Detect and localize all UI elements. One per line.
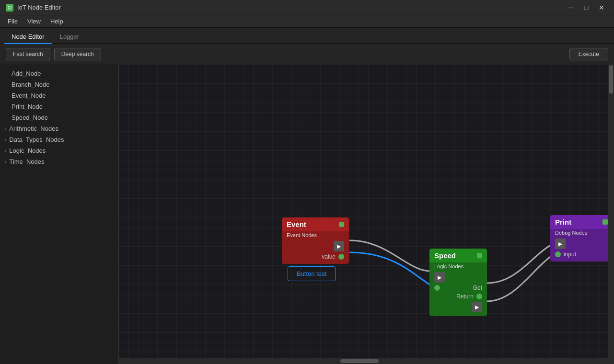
print-node-subtitle: Debug Nodes ▶ input	[550, 229, 613, 262]
speed-node-header: Speed	[429, 249, 487, 262]
chevron-right-icon-3: ›	[5, 148, 6, 153]
canvas-area[interactable]: Event Event Nodes ▶ value Button test Sp…	[119, 64, 614, 364]
app-title: IoT Node Editor	[17, 4, 61, 11]
scrollbar-corner	[608, 358, 614, 364]
tab-logger[interactable]: Logger	[52, 30, 87, 44]
horizontal-scrollbar[interactable]	[119, 358, 608, 364]
toolbar-left: Fast search Deep search	[6, 48, 101, 60]
menu-file[interactable]: File	[4, 17, 22, 26]
menu-help[interactable]: Help	[46, 17, 67, 26]
speed-return-port[interactable]	[476, 294, 482, 299]
title-bar: ⬡ IoT Node Editor ─ □ ✕	[0, 0, 614, 15]
sidebar-item-speed-node[interactable]: Speed_Node	[0, 112, 118, 123]
print-play-button[interactable]: ▶	[555, 239, 566, 249]
sidebar-group-logic-label: Logic_Nodes	[9, 147, 46, 154]
sidebar-item-branch-node[interactable]: Branch_Node	[0, 79, 118, 90]
speed-play-button[interactable]: ▶	[434, 272, 445, 283]
sidebar-item-event-node[interactable]: Event_Node	[0, 90, 118, 101]
maximize-button[interactable]: □	[579, 3, 593, 12]
speed-node-title: Speed	[434, 251, 456, 260]
toolbar: Fast search Deep search Execute	[0, 44, 614, 64]
vertical-scrollbar-thumb[interactable]	[609, 65, 613, 94]
speed-return-label: Return	[456, 293, 474, 300]
tab-bar: Node Editor Logger	[0, 28, 614, 44]
deep-search-button[interactable]: Deep search	[54, 48, 101, 60]
main-content: Add_Node Branch_Node Event_Node Print_No…	[0, 64, 614, 364]
sidebar-group-time[interactable]: › Time_Nodes	[0, 156, 118, 167]
sidebar-group-arithmetic-label: Arithmetic_Nodes	[9, 125, 58, 132]
execute-button[interactable]: Execute	[569, 48, 608, 60]
event-value-label: value	[322, 253, 336, 260]
print-node-title: Print	[555, 218, 571, 226]
minimize-button[interactable]: ─	[564, 3, 578, 12]
event-value-port[interactable]	[338, 254, 344, 260]
horizontal-scrollbar-thumb[interactable]	[340, 359, 379, 363]
speed-node[interactable]: Speed Logic Nodes ▶ Get Return ▶	[429, 249, 487, 316]
speed-out-play-button[interactable]: ▶	[472, 302, 482, 312]
speed-node-subtitle: Logic Nodes ▶ Get Return ▶	[429, 262, 487, 316]
print-input-label: input	[564, 251, 576, 258]
event-node-title: Event	[287, 220, 306, 228]
title-bar-left: ⬡ IoT Node Editor	[6, 4, 61, 11]
sidebar-group-data-types-label: Data_Types_Nodes	[9, 136, 64, 143]
title-bar-controls: ─ □ ✕	[564, 3, 608, 12]
event-node[interactable]: Event Event Nodes ▶ value	[282, 217, 349, 264]
speed-get-label: Get	[473, 284, 482, 291]
menu-view[interactable]: View	[23, 17, 45, 26]
sidebar-group-data-types[interactable]: › Data_Types_Nodes	[0, 134, 118, 145]
speed-node-indicator	[477, 253, 482, 258]
vertical-scrollbar[interactable]	[608, 64, 614, 358]
print-node-header: Print	[550, 215, 613, 229]
sidebar-item-add-node[interactable]: Add_Node	[0, 68, 118, 79]
sidebar-group-logic[interactable]: › Logic_Nodes	[0, 145, 118, 156]
print-input-port[interactable]	[555, 251, 561, 257]
sidebar-group-time-label: Time_Nodes	[9, 158, 44, 165]
sidebar-group-arithmetic[interactable]: › Arithmetic_Nodes	[0, 123, 118, 134]
sidebar: Add_Node Branch_Node Event_Node Print_No…	[0, 64, 119, 364]
close-button[interactable]: ✕	[595, 3, 608, 12]
print-node-indicator	[602, 219, 608, 225]
app-icon: ⬡	[6, 4, 13, 11]
chevron-right-icon-4: ›	[5, 159, 6, 164]
fast-search-button[interactable]: Fast search	[6, 48, 50, 60]
menu-bar: File View Help	[0, 15, 614, 28]
wire-canvas	[119, 64, 614, 364]
chevron-right-icon: ›	[5, 126, 6, 131]
button-test-node[interactable]: Button test	[288, 266, 336, 281]
sidebar-item-print-node[interactable]: Print_Node	[0, 101, 118, 112]
chevron-right-icon-2: ›	[5, 137, 6, 142]
event-node-indicator	[339, 222, 344, 227]
sidebar-resize-handle[interactable]	[116, 64, 118, 364]
event-node-subtitle: Event Nodes ▶ value	[282, 231, 349, 264]
event-play-button[interactable]: ▶	[334, 241, 344, 251]
event-node-header: Event	[282, 217, 349, 231]
print-node[interactable]: Print Debug Nodes ▶ input	[550, 215, 613, 262]
tab-node-editor[interactable]: Node Editor	[4, 30, 52, 44]
speed-get-port[interactable]	[434, 285, 440, 291]
